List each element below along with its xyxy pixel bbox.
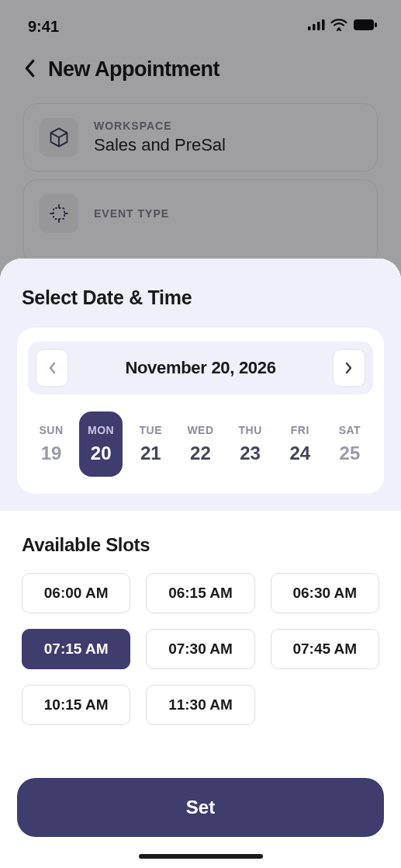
calendar-card: November 20, 2026 SUN19MON20TUE21WED22TH… xyxy=(17,328,384,494)
time-slot[interactable]: 07:30 AM xyxy=(146,629,254,669)
day-cell[interactable]: WED22 xyxy=(178,411,222,477)
slots-title: Available Slots xyxy=(22,534,379,556)
calendar-date-label: November 20, 2026 xyxy=(125,358,275,378)
day-cell[interactable]: FRI24 xyxy=(278,411,322,477)
day-of-week: SUN xyxy=(39,424,63,436)
day-number: 25 xyxy=(340,443,361,464)
datetime-sheet: Select Date & Time November 20, 2026 SUN… xyxy=(0,259,401,868)
calendar-days-row: SUN19MON20TUE21WED22THU23FRI24SAT25 xyxy=(28,411,373,477)
day-number: 24 xyxy=(289,443,310,464)
day-number: 23 xyxy=(240,443,261,464)
day-number: 22 xyxy=(190,443,211,464)
time-slot[interactable]: 11:30 AM xyxy=(146,685,254,725)
set-button[interactable]: Set xyxy=(17,778,384,837)
day-number: 20 xyxy=(91,443,112,464)
time-slot[interactable]: 07:15 AM xyxy=(22,629,130,669)
day-of-week: SAT xyxy=(339,424,361,436)
day-of-week: THU xyxy=(238,424,261,436)
day-cell[interactable]: SAT25 xyxy=(328,411,372,477)
time-slot[interactable]: 07:45 AM xyxy=(271,629,379,669)
sheet-title: Select Date & Time xyxy=(0,259,401,328)
prev-month-button[interactable] xyxy=(36,349,68,387)
time-slot[interactable]: 06:00 AM xyxy=(22,573,130,613)
day-of-week: FRI xyxy=(291,424,309,436)
day-of-week: WED xyxy=(187,424,213,436)
day-cell[interactable]: SUN19 xyxy=(29,411,73,477)
slots-grid: 06:00 AM06:15 AM06:30 AM07:15 AM07:30 AM… xyxy=(22,573,379,725)
day-of-week: TUE xyxy=(140,424,163,436)
time-slot[interactable]: 10:15 AM xyxy=(22,685,130,725)
day-of-week: MON xyxy=(88,424,114,436)
next-month-button[interactable] xyxy=(333,349,365,387)
time-slot[interactable]: 06:30 AM xyxy=(271,573,379,613)
day-number: 21 xyxy=(140,443,161,464)
slots-section: Available Slots 06:00 AM06:15 AM06:30 AM… xyxy=(0,511,401,739)
day-cell[interactable]: TUE21 xyxy=(129,411,172,477)
day-cell[interactable]: MON20 xyxy=(79,411,123,477)
day-number: 19 xyxy=(41,443,62,464)
home-indicator xyxy=(139,854,263,859)
day-cell[interactable]: THU23 xyxy=(229,411,272,477)
time-slot[interactable]: 06:15 AM xyxy=(146,573,254,613)
calendar-nav: November 20, 2026 xyxy=(28,342,373,394)
